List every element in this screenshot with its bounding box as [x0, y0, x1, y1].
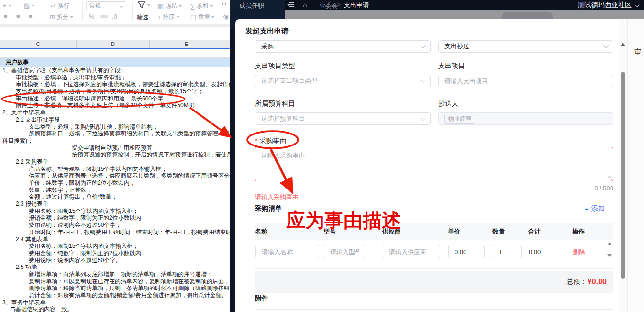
align-left-button[interactable]: ≡ — [4, 13, 8, 20]
cc-person-field: 物业经理 — [438, 112, 613, 125]
modal-title: 发起支出申请 — [245, 27, 289, 36]
sum-button[interactable]: ∑求和 — [190, 2, 213, 10]
select-placeholder: 请选择支出项目类型 — [261, 77, 317, 85]
caret-down-icon — [179, 5, 182, 7]
column-header[interactable]: C — [0, 40, 77, 48]
scrollbar-up-icon[interactable] — [621, 43, 625, 46]
caret-down-icon — [147, 4, 150, 6]
list-scroll-down-icon[interactable] — [607, 254, 612, 257]
split-cells-button[interactable]: ⊞拆分 — [50, 13, 73, 21]
data-button[interactable]: ▤数据 — [190, 13, 214, 21]
copy-rule-value: 支出抄送 — [444, 42, 469, 51]
percent-icon: % — [89, 13, 95, 20]
caret-down-icon — [210, 5, 213, 7]
sheet-line: 3、事务申请表单 — [0, 299, 230, 306]
align-right-button[interactable]: ≡ — [29, 13, 33, 20]
sheet-line: 支出类型：必填，采购/报销/其他，影响清单结构； — [0, 123, 230, 131]
add-item-button[interactable]: +添加 — [585, 204, 605, 213]
column-header[interactable]: E — [150, 40, 223, 48]
sheet-line: 2.3 报销表单 — [0, 201, 230, 208]
delete-item-button[interactable]: 删除 — [573, 248, 585, 256]
item-supplier-input[interactable] — [383, 245, 440, 258]
chevron-down-icon — [421, 43, 426, 48]
formula-bar[interactable] — [0, 27, 230, 33]
thousands-icon: 000 — [100, 14, 108, 19]
total-label: 总额： — [566, 278, 587, 286]
data-label: 数据 — [198, 13, 210, 21]
align-left-icon: ≡ — [4, 13, 8, 20]
align-center-button[interactable]: ≡ — [16, 13, 20, 20]
split-icon: ⊞ — [50, 13, 55, 21]
thousands-format-button[interactable]: 000 — [100, 14, 108, 19]
toolbar-separator — [0, 24, 230, 27]
total-value: ¥0.00 — [588, 278, 607, 286]
format-painter-button[interactable]: ▨ — [24, 2, 34, 9]
protect-button[interactable]: 保 — [221, 13, 229, 22]
copy-rule-select[interactable]: 支出抄送 — [438, 40, 613, 53]
validation-error-text: 请输入采购事由 — [255, 193, 299, 201]
expense-project-type-select[interactable]: 请选择支出项目类型 — [255, 75, 431, 87]
cc-person-tag: 物业经理 — [444, 114, 475, 124]
decimal-icon: .0 — [112, 13, 117, 20]
chevron-down-icon — [120, 4, 123, 8]
decimal-format-button[interactable]: .0 — [112, 13, 117, 20]
sheet-line: 2.1 支出审批字段 — [0, 116, 230, 123]
attachment-divider — [255, 309, 613, 310]
modal-scrollbar-thumb[interactable] — [621, 72, 625, 279]
spreadsheet-panel: ÷ ▨ ↵换行 常规 筛选 ▦冻结 ∑求和 ≡ ≡ ≡ ⊞拆分 % 000 .0… — [0, 0, 230, 312]
filter-button[interactable] — [138, 1, 150, 9]
sheet-line: 事由描述：必填，详细说明申请原因和用途，最长500个字 — [0, 95, 230, 102]
caret-down-icon — [8, 5, 11, 7]
merge-icon: ÷ — [3, 2, 6, 9]
align-center-icon: ≡ — [16, 13, 20, 20]
sheet-line: 费用名称：限制15个字以内的文本输入框； — [0, 208, 230, 215]
item-price-input[interactable] — [448, 245, 485, 258]
list-scroll-up-icon[interactable] — [607, 242, 612, 245]
purchase-reason-textarea[interactable] — [255, 147, 613, 181]
table-header-cell: 数量 — [492, 227, 528, 236]
approval-type-select[interactable]: 采购 — [255, 40, 431, 53]
item-qty-input[interactable] — [493, 245, 522, 258]
align-right-icon: ≡ — [29, 13, 33, 20]
sheet-line: 按预算设置的预算控制，开启的情况下对预算进行控制，若使用金额 — [0, 151, 230, 158]
item-name-input[interactable] — [255, 245, 319, 258]
sheet-line: 开始时间：年-月-日，报销费用开始时间；结束时间：年-月-日，报销费用结束时间。 — [0, 229, 230, 236]
column-header[interactable]: D — [77, 40, 150, 48]
sheet-line: 2.2 采购表单 — [0, 158, 230, 166]
freeze-label: 冻结 — [166, 2, 177, 10]
sheet-line: 费用名称：限制15个字以内的文本输入框； — [0, 243, 230, 250]
sort-button[interactable]: ↕排序 — [158, 13, 179, 21]
sort-label: 排序 — [163, 13, 175, 21]
number-format-select[interactable]: 常规 — [86, 1, 126, 10]
community-selector[interactable]: 测试德玛西亚社区 — [578, 1, 638, 10]
budget-subject-select[interactable]: 请选择预算科目 — [255, 112, 431, 125]
collapse-menu-icon[interactable] — [287, 2, 294, 7]
merge-cells-button[interactable]: ÷ — [3, 2, 11, 9]
sheet-line: 产品名称、型号规格：限制15个字以内的文本输入框； — [0, 166, 230, 173]
item-model-input[interactable] — [324, 245, 365, 258]
freeze-button[interactable]: ▦冻结 — [158, 2, 182, 10]
sheet-header-text: 用户故事 — [6, 58, 29, 67]
sheet-line: 报销金额：纯数字，限制为正的2位小数以内； — [0, 214, 230, 222]
resize-handle-icon[interactable] — [608, 176, 612, 180]
purchase-list-title: 采购清单 — [255, 204, 282, 213]
sheet-line: 附件上传：非必填，支持多个文件上传（最多10个文件，单文件50MB） — [0, 102, 230, 109]
sheet-line: 单价：纯数字，限制为正的2位小数以内； — [0, 179, 230, 187]
wrap-text-button[interactable]: ↵换行 — [51, 2, 69, 10]
breadcrumb-section[interactable]: 业委会 — [319, 1, 338, 10]
expense-project-input[interactable] — [438, 75, 613, 87]
selection-underline — [0, 48, 230, 49]
percent-format-button[interactable]: % — [89, 13, 95, 20]
home-icon[interactable]: ⌂ — [303, 1, 307, 9]
sum-icon: ∑ — [190, 2, 195, 10]
sheet-header-row[interactable]: 用户故事 — [0, 58, 230, 67]
approval-type-value: 采购 — [261, 42, 274, 51]
breadcrumb-page: 支出申请 — [344, 1, 369, 10]
sheet-line: 复制清单项：可以复制现在已存在的清单内容，复制项新增在被复制项的后面，序号 — [0, 278, 230, 285]
sheet-content[interactable]: 1、基础信息字段（支出和事务申请共有的字段）审批类型：必填单选，支出审批/事务审… — [0, 67, 230, 312]
approval-flow-panel-text: 审 — [634, 48, 641, 56]
sheet-line: 数量：纯数字，正整数； — [0, 187, 230, 194]
char-counter: 0 / 500 — [255, 185, 613, 192]
breadcrumb-separator: > — [337, 1, 341, 8]
lock-icon[interactable] — [222, 4, 226, 7]
